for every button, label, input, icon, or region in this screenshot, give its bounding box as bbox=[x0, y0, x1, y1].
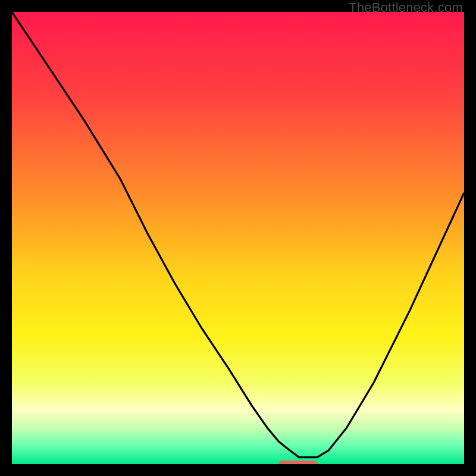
min-marker bbox=[278, 461, 317, 464]
chart-frame: TheBottleneck.com bbox=[0, 0, 476, 476]
gradient-background bbox=[12, 12, 464, 464]
chart-svg bbox=[12, 12, 464, 464]
plot-area bbox=[12, 12, 464, 464]
